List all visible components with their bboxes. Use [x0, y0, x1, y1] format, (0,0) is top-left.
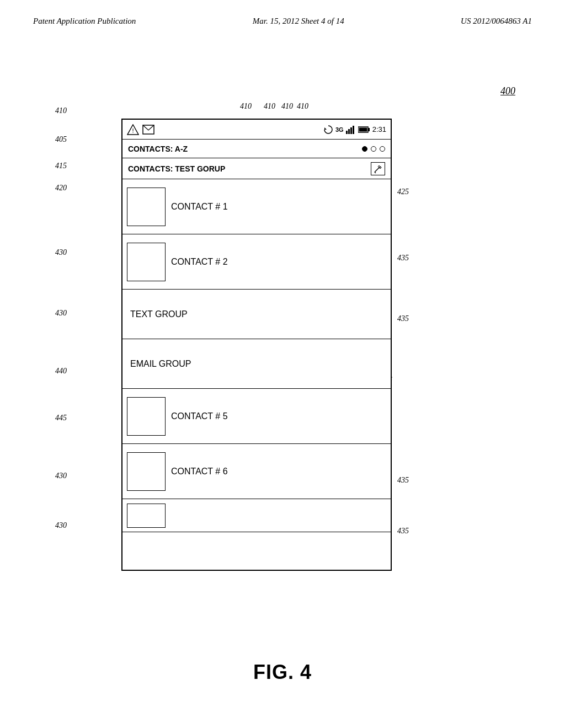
header-right: US 2012/0064863 A1	[461, 17, 532, 26]
ref-label-430-d: 430	[55, 521, 67, 530]
group-header-title: CONTACTS: TEST GORUP	[128, 164, 225, 173]
svg-rect-4	[346, 131, 348, 134]
contact-row-1[interactable]: CONTACT # 1	[122, 179, 391, 234]
header-left: Patent Application Publication	[33, 17, 136, 26]
figure-label: FIG. 4	[253, 661, 312, 684]
ref-label-440: 440	[55, 367, 67, 376]
ref-label-410-c: 410	[281, 102, 293, 111]
contact-name-6: CONTACT # 6	[171, 467, 228, 477]
ref-label-410-left: 410	[55, 106, 67, 115]
ref-label-435-b: 435	[397, 314, 409, 323]
ref-label-405: 405	[55, 135, 67, 144]
ref-label-445: 445	[55, 414, 67, 422]
ref-label-430-a: 430	[55, 248, 67, 257]
edit-button[interactable]	[371, 162, 385, 175]
nav-title: CONTACTS: A-Z	[128, 144, 188, 153]
group-header[interactable]: CONTACTS: TEST GORUP	[122, 158, 391, 179]
ref-label-410-a: 410	[240, 102, 252, 111]
contact-avatar-2	[127, 243, 166, 281]
nav-dot-1	[362, 146, 367, 152]
contact-row-6[interactable]: CONTACT # 6	[122, 444, 391, 499]
nav-dot-3	[380, 146, 385, 152]
ref-400: 400	[500, 85, 515, 97]
svg-rect-5	[348, 129, 350, 134]
ref-label-425: 425	[397, 188, 409, 196]
status-bar: ! 3G	[122, 120, 391, 140]
status-icons-right: 3G 2:31	[323, 125, 386, 135]
contact-name-5: CONTACT # 5	[171, 411, 228, 421]
nav-dots	[362, 146, 385, 152]
ref-label-435-a: 435	[397, 254, 409, 263]
diagram-wrapper: 410 410 410 410 410 405 415 420 430 430 …	[55, 102, 403, 582]
svg-rect-10	[368, 128, 370, 131]
contact-avatar-extra	[127, 504, 166, 528]
svg-text:!: !	[132, 127, 134, 134]
signal-bars-icon	[346, 125, 356, 134]
svg-rect-6	[350, 127, 352, 134]
email-group-label: EMAIL GROUP	[130, 359, 191, 369]
contact-row-extra	[122, 499, 391, 532]
ref-label-435-d: 435	[397, 527, 409, 536]
contact-name-2: CONTACT # 2	[171, 257, 228, 267]
ref-label-430-c: 430	[55, 472, 67, 480]
svg-rect-11	[359, 127, 367, 131]
ref-label-435-c: 435	[397, 476, 409, 485]
contact-avatar-5	[127, 397, 166, 436]
contact-row-5[interactable]: CONTACT # 5	[122, 389, 391, 444]
ref-label-430-b: 430	[55, 309, 67, 318]
text-group-label: TEXT GROUP	[130, 309, 188, 319]
signal-3g-label: 3G	[335, 126, 344, 133]
contact-avatar-1	[127, 188, 166, 226]
contact-avatar-6	[127, 452, 166, 491]
ref-label-415: 415	[55, 162, 67, 170]
refresh-icon	[323, 125, 333, 135]
text-group-row[interactable]: TEXT GROUP	[122, 290, 391, 339]
contact-name-1: CONTACT # 1	[171, 202, 228, 212]
svg-line-12	[375, 167, 380, 172]
envelope-icon	[142, 125, 154, 135]
status-icons-left: !	[127, 124, 154, 135]
contact-row-2[interactable]: CONTACT # 2	[122, 234, 391, 290]
header-center: Mar. 15, 2012 Sheet 4 of 14	[253, 17, 344, 26]
nav-dot-2	[371, 146, 376, 152]
status-time: 2:31	[372, 125, 386, 133]
svg-marker-3	[324, 127, 327, 130]
nav-bar[interactable]: CONTACTS: A-Z	[122, 140, 391, 158]
patent-header: Patent Application Publication Mar. 15, …	[0, 0, 565, 31]
email-group-row[interactable]: EMAIL GROUP	[122, 339, 391, 389]
ref-label-410-b: 410	[264, 102, 275, 111]
phone-screen: ! 3G	[121, 119, 392, 571]
alert-triangle-icon: !	[127, 124, 139, 135]
svg-line-14	[375, 172, 376, 173]
ref-label-420: 420	[55, 184, 67, 192]
battery-icon	[358, 126, 370, 133]
svg-rect-7	[353, 126, 354, 134]
ref-label-410-d: 410	[297, 102, 308, 111]
